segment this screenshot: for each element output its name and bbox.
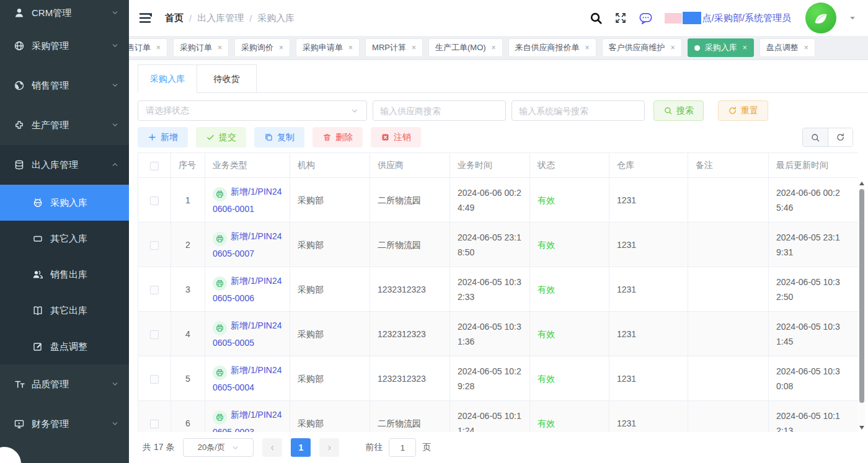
sidebar-item-label: 采购管理 [32,40,111,52]
table-row: 3新增/1/PIN240605-0006采购部12323123232024-06… [138,267,859,312]
tab-生产工单(MO)[interactable]: 生产工单(MO)× [428,38,503,57]
search-button[interactable]: 搜索 [653,100,704,121]
subtab-采购入库[interactable]: 采购入库 [138,64,197,93]
refresh-icon [836,133,845,142]
cell-warehouse: 1231 [609,356,688,401]
scrollbar-track[interactable] [859,187,865,425]
row-checkbox[interactable] [150,420,159,428]
tab-label: 生产工单(MO) [435,42,486,53]
printer-icon[interactable] [213,366,227,380]
global-search-icon[interactable] [590,12,603,25]
tab-来自供应商报价单[interactable]: 来自供应商报价单× [508,38,596,57]
printer-icon[interactable] [213,321,227,335]
message-bubble-icon[interactable] [639,11,653,25]
tab-客户供应商维护[interactable]: 客户供应商维护× [602,38,682,57]
提交-button[interactable]: 提交 [196,127,246,148]
sidebar-item-品质管理[interactable]: 品质管理 [0,364,129,404]
sidebar-item-销售出库[interactable]: 销售出库 [0,257,129,293]
fullscreen-icon[interactable] [614,12,627,24]
table-search-button[interactable] [803,128,828,146]
复制-button[interactable]: 复制 [254,127,304,148]
sidebar: CRM管理采购管理销售管理生产管理出入库管理采购入库其它入库销售出库其它出库盘点… [0,0,129,463]
user-menu-caret-icon[interactable] [848,14,857,22]
sidebar-item-其它出库[interactable]: 其它出库 [0,293,129,329]
user-info[interactable]: 点/采购部/系统管理员 [665,12,791,24]
close-icon[interactable]: × [492,43,496,52]
printer-icon[interactable] [213,187,227,201]
table-row: 6新增/1/PIN240605-0003采购部二所物流园2024-06-05 1… [138,401,859,433]
sidebar-item-财务管理[interactable]: 财务管理 [0,404,129,444]
tab-采购订单[interactable]: 采购订单× [173,38,229,57]
tab-销售订单[interactable]: 销售订单× [129,38,167,57]
close-icon[interactable]: × [804,43,808,52]
goto-label: 前往 [365,442,383,453]
cell-seq: 3 [171,267,205,312]
sidebar-item-采购入库[interactable]: 采购入库 [0,185,129,221]
breadcrumb-item[interactable]: 首页 [165,12,184,24]
search-sm-icon [810,133,820,143]
row-checkbox[interactable] [150,330,159,339]
close-icon[interactable]: × [218,43,222,52]
table-refresh-button[interactable] [828,128,852,146]
printer-icon[interactable] [213,276,227,291]
row-checkbox[interactable] [150,375,159,384]
close-icon[interactable]: × [348,43,353,52]
sidebar-collapse-button[interactable] [138,11,153,25]
printer-icon[interactable] [213,410,227,425]
row-checkbox[interactable] [150,286,159,294]
close-icon[interactable]: × [671,43,675,52]
注销-button[interactable]: 注销 [371,127,421,148]
column-header-最后更新时间: 最后更新时间 [769,153,859,178]
cell-org: 采购部 [290,356,370,401]
table-scrollbar[interactable] [858,182,866,430]
sidebar-item-生产管理[interactable]: 生产管理 [0,105,129,145]
supplier-search-input[interactable] [373,100,506,121]
close-icon[interactable]: × [279,43,283,52]
prev-page-button[interactable]: ‹ [262,438,282,457]
cell-org: 采购部 [290,178,370,223]
row-checkbox[interactable] [150,241,159,250]
scrollbar-thumb[interactable] [859,189,864,403]
tab-采购询价[interactable]: 采购询价× [234,38,290,57]
scroll-down-icon[interactable] [859,426,864,430]
page-size-select[interactable]: 20条/页 [183,438,254,457]
column-header-业务类型: 业务类型 [205,153,290,178]
cell-note [688,178,769,223]
subtab-待收货[interactable]: 待收货 [197,64,257,93]
sidebar-item-出入库管理[interactable]: 出入库管理 [0,145,129,185]
breadcrumb-separator: / [189,13,192,24]
close-icon[interactable]: × [743,43,747,52]
sidebar-item-CRM管理[interactable]: CRM管理 [0,0,129,26]
close-icon[interactable]: × [585,43,590,52]
close-icon[interactable]: × [412,43,416,52]
tab-MRP计算[interactable]: MRP计算× [365,38,423,57]
cell-doc: 新增/1/PIN240605-0003 [205,401,290,433]
sidebar-item-采购管理[interactable]: 采购管理 [0,26,129,66]
sidebar-item-销售管理[interactable]: 销售管理 [0,66,129,105]
新增-button[interactable]: 新增 [138,127,188,148]
status-select[interactable]: 请选择状态 [138,100,367,121]
cell-doc: 新增/1/PIN240605-0005 [205,312,290,356]
sidebar-menu: CRM管理采购管理销售管理生产管理出入库管理采购入库其它入库销售出库其它出库盘点… [0,0,129,444]
goto-page-input[interactable] [389,438,416,457]
next-page-button[interactable]: › [319,438,339,457]
删除-button[interactable]: 删除 [312,127,363,148]
sidebar-item-其它入库[interactable]: 其它入库 [0,221,129,257]
tab-采购入库[interactable]: 采购入库× [688,38,754,57]
reset-button[interactable]: 重置 [718,100,768,121]
select-all-checkbox[interactable] [150,162,159,170]
tab-盘点调整[interactable]: 盘点调整× [760,38,815,57]
close-icon[interactable]: × [156,43,161,52]
table-row: 1新增/1/PIN240606-0001采购部二所物流园2024-06-06 0… [138,178,859,223]
tab-采购申请单[interactable]: 采购申请单× [296,38,360,57]
topbar: 首页/出入库管理/采购入库 点/采购部/系统管理员 [129,0,868,36]
avatar[interactable] [805,2,836,33]
scroll-up-icon[interactable] [859,182,864,185]
row-checkbox[interactable] [150,196,159,205]
sidebar-group-出入库管理: 出入库管理采购入库其它入库销售出库其它出库盘点调整 [0,145,129,364]
sidebar-item-盘点调整[interactable]: 盘点调整 [0,329,129,364]
current-page-button[interactable]: 1 [291,438,311,457]
code-search-input[interactable] [512,100,645,121]
table-row: 5新增/1/PIN240605-0004采购部12323123232024-06… [138,356,859,401]
printer-icon[interactable] [213,232,227,246]
